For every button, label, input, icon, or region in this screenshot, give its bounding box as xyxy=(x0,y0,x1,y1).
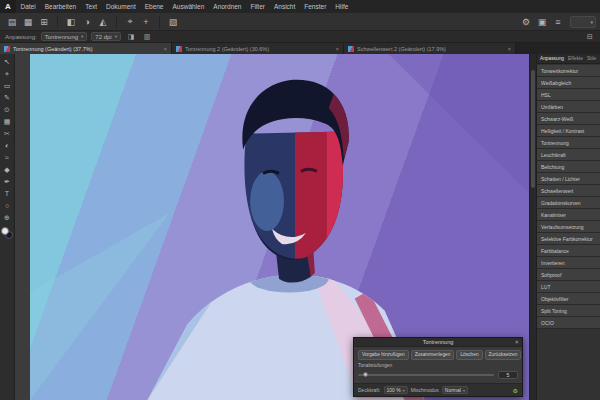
zoom-tool-icon[interactable]: ⊕ xyxy=(1,212,14,223)
adjustment-item-schatten-lichter[interactable]: Schatten / Lichter xyxy=(537,173,600,185)
settings-gear-icon[interactable]: ⚙ xyxy=(518,15,534,29)
menu-item-fenster[interactable]: Fenster xyxy=(300,0,331,13)
contrast-icon[interactable]: ◑ xyxy=(79,15,95,29)
tab-anpassung[interactable]: Anpassung xyxy=(540,56,564,61)
adjustment-item-invertieren[interactable]: Invertieren xyxy=(537,257,600,269)
layer-options-icon[interactable]: ▧ xyxy=(165,15,181,29)
tab-stile[interactable]: Stile xyxy=(587,56,596,61)
menu-item-ebene[interactable]: Ebene xyxy=(140,0,168,13)
adjustment-item-hsl[interactable]: HSL xyxy=(537,89,600,101)
posterize-slider-row: 5 xyxy=(358,371,518,379)
flood-select-tool-icon[interactable]: ⊙ xyxy=(1,104,14,115)
adjustment-item-tontrennung[interactable]: Tontrennung xyxy=(537,137,600,149)
menu-item-filter[interactable]: Filter xyxy=(246,0,269,13)
adjustment-item-softproof[interactable]: Softproof xyxy=(537,269,600,281)
close-icon[interactable]: × xyxy=(504,46,511,52)
vertical-scrollbar[interactable] xyxy=(529,54,536,400)
pen-tool-icon[interactable]: ✒ xyxy=(1,176,14,187)
chevron-down-icon: ▾ xyxy=(403,388,405,393)
adjustment-item-schwarz-weiss[interactable]: Schwarz-Weiß xyxy=(537,113,600,125)
ellipse-tool-icon[interactable]: ○ xyxy=(1,200,14,211)
collapse-icon[interactable]: ⊟ xyxy=(584,32,596,42)
canvas-viewport[interactable]: Tontrennung ✕ Vorgabe hinzufügen Zusamme… xyxy=(15,54,529,400)
adjustment-item-helligkeit-kontrast[interactable]: Helligkeit / Kontrast xyxy=(537,125,600,137)
mesh-warp-tool-icon[interactable]: ▦ xyxy=(1,116,14,127)
gear-icon[interactable]: ⚙ xyxy=(513,387,518,394)
panels-icon[interactable]: ▣ xyxy=(534,15,550,29)
add-document-icon[interactable]: ⊞ xyxy=(36,15,52,29)
adjustment-item-kanalmixer[interactable]: Kanalmixer xyxy=(537,209,600,221)
add-preset-button[interactable]: Vorgabe hinzufügen xyxy=(358,350,409,360)
text-tool-icon[interactable]: T xyxy=(1,188,14,199)
adjustment-item-verlaufsumsetzung[interactable]: Verlaufsumsetzung xyxy=(537,221,600,233)
adjustment-item-split-toning[interactable]: Split Toning xyxy=(537,305,600,317)
vector-crop-tool-icon[interactable]: ✂ xyxy=(1,128,14,139)
menu-item-hilfe[interactable]: Hilfe xyxy=(331,0,353,13)
dialog-title-bar[interactable]: Tontrennung ✕ xyxy=(354,338,522,347)
posterize-value-field[interactable]: 5 xyxy=(498,371,518,379)
adjustment-item-tonwertkorrektur[interactable]: Tonwertkorrektur xyxy=(537,65,600,77)
crop-tool-icon[interactable]: ▭ xyxy=(1,80,14,91)
grid-icon[interactable]: ▦ xyxy=(20,15,36,29)
merge-button[interactable]: Zusammenlegen xyxy=(411,350,455,360)
assistant-icon[interactable]: ◭ xyxy=(95,15,111,29)
menu-item-anordnen[interactable]: Anordnen xyxy=(209,0,246,13)
document-tab-1[interactable]: Tontrennung (Geändert) (37.7%) × xyxy=(0,43,172,54)
adjustment-context-value[interactable]: Tontrennung ▾ xyxy=(41,32,88,41)
menu-item-auswaehlen[interactable]: Auswählen xyxy=(168,0,209,13)
tab-effekte[interactable]: Effekte xyxy=(568,56,583,61)
adjustment-item-schwellenwert[interactable]: Schwellenwert xyxy=(537,185,600,197)
posterize-slider[interactable] xyxy=(358,374,494,376)
adjustment-item-umfaerben[interactable]: Umfärben xyxy=(537,101,600,113)
color-balance-icon[interactable]: ◧ xyxy=(63,15,79,29)
shape-tool-icon[interactable]: ◆ xyxy=(1,164,14,175)
menu-item-text[interactable]: Text xyxy=(81,0,102,13)
posterize-dialog[interactable]: Tontrennung ✕ Vorgabe hinzufügen Zusamme… xyxy=(353,337,523,397)
adjustment-item-belichtung[interactable]: Belichtung xyxy=(537,161,600,173)
workspace-dropdown[interactable]: ▾ xyxy=(570,16,596,28)
adjustment-item-selektive-farbkorrektur[interactable]: Selektive Farbkorrektur xyxy=(537,233,600,245)
adjustment-item-gradationskurven[interactable]: Gradationskurven xyxy=(537,197,600,209)
primary-color-swatch[interactable] xyxy=(1,227,9,235)
transform-icon[interactable]: + xyxy=(138,15,154,29)
blend-mode-select[interactable]: Normal ▾ xyxy=(442,386,468,394)
document-tab-2[interactable]: Tontrennung 2 (Geändert) (30.6%) × xyxy=(172,43,344,54)
close-icon[interactable]: × xyxy=(160,46,167,52)
document-thumbnail-icon xyxy=(176,46,182,52)
dpi-value-text: 72 dpi xyxy=(95,34,111,40)
hamburger-menu-icon[interactable]: ≡ xyxy=(550,15,566,29)
opacity-select[interactable]: 100 % ▾ xyxy=(384,386,408,394)
smudge-tool-icon[interactable]: ≈ xyxy=(1,152,14,163)
adjustment-item-farbbalance[interactable]: Farbbalance xyxy=(537,245,600,257)
menu-item-datei[interactable]: Datei xyxy=(16,0,40,13)
view-tool-icon[interactable]: ⌖ xyxy=(1,68,14,79)
split-view-icon[interactable]: ◨ xyxy=(125,32,137,42)
menu-item-bearbeiten[interactable]: Bearbeiten xyxy=(40,0,80,13)
rows-icon[interactable]: ▥ xyxy=(141,32,153,42)
move-tool-icon[interactable]: ↖ xyxy=(1,56,14,67)
close-icon[interactable]: × xyxy=(332,46,339,52)
toolbar-separator xyxy=(57,16,58,28)
color-swatches[interactable] xyxy=(1,227,13,239)
app-logo[interactable]: A xyxy=(0,0,16,13)
open-document-icon[interactable]: ▤ xyxy=(4,15,20,29)
adjustment-item-leuchtkraft[interactable]: Leuchtkraft xyxy=(537,149,600,161)
adjustment-item-lut[interactable]: LUT xyxy=(537,281,600,293)
adjustment-context-label: Anpassung: xyxy=(5,34,37,40)
adjustment-item-weissabgleich[interactable]: Weißabgleich xyxy=(537,77,600,89)
adjustment-item-objektivfilter[interactable]: Objektivfilter xyxy=(537,293,600,305)
close-icon[interactable]: ✕ xyxy=(514,338,519,347)
dodge-burn-tool-icon[interactable]: ◐ xyxy=(1,140,14,151)
adjustment-item-ocio[interactable]: OCIO xyxy=(537,317,600,329)
scrollbar-thumb[interactable] xyxy=(531,70,535,188)
reset-button[interactable]: Zurücksetzen xyxy=(485,350,522,360)
toolbar-separator xyxy=(116,16,117,28)
selection-brush-tool-icon[interactable]: ✎ xyxy=(1,92,14,103)
menu-item-dokument[interactable]: Dokument xyxy=(102,0,141,13)
document-tab-3[interactable]: Schwellenwert 2 (Geändert) (17.9%) × xyxy=(344,43,516,54)
delete-button[interactable]: Löschen xyxy=(456,350,482,360)
snapping-icon[interactable]: ⌖ xyxy=(122,15,138,29)
dpi-select[interactable]: 72 dpi ▾ xyxy=(91,32,121,41)
slider-thumb[interactable] xyxy=(363,372,368,377)
menu-item-ansicht[interactable]: Ansicht xyxy=(269,0,299,13)
